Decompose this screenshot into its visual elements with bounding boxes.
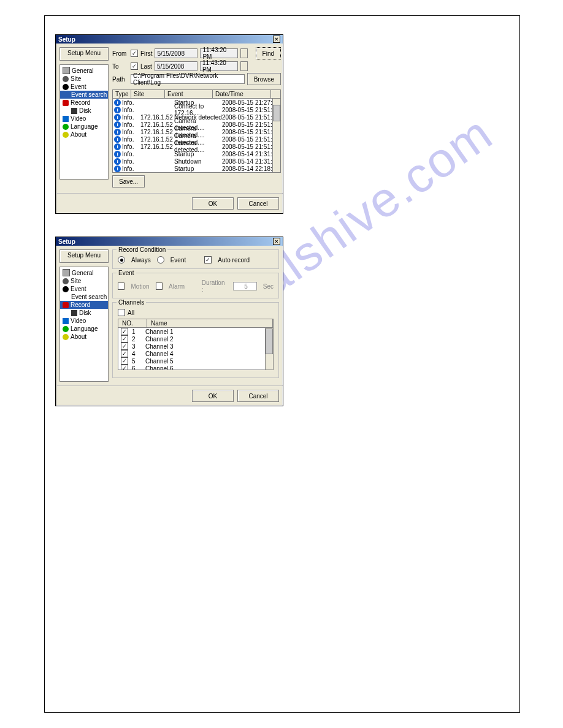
- from-date-input[interactable]: 5/15/2008: [155, 48, 197, 58]
- tree-disk[interactable]: Disk: [60, 107, 108, 115]
- tree-video[interactable]: Video: [60, 115, 108, 123]
- scrollbar[interactable]: [272, 99, 280, 172]
- header-type[interactable]: Type: [113, 90, 131, 98]
- channel-checkbox[interactable]: [121, 357, 128, 365]
- tree-language[interactable]: Language: [60, 123, 108, 131]
- title: Setup: [58, 238, 75, 245]
- cell-no: 5: [132, 358, 142, 365]
- first-checkbox[interactable]: [131, 50, 138, 57]
- cell-no: 3: [132, 343, 142, 350]
- cell-date: 2008-05-15 21:51:50: [222, 114, 280, 121]
- all-checkbox[interactable]: [118, 309, 125, 316]
- log-list-body[interactable]: iInfo.Startup2008-05-15 21:27:26iInfo.Co…: [112, 98, 281, 173]
- log-row[interactable]: iInfo.Shutdown2008-05-14 21:31:31: [113, 157, 280, 165]
- close-icon[interactable]: ×: [273, 36, 280, 43]
- tree-event-search[interactable]: Event search: [60, 293, 108, 301]
- tree-video[interactable]: Video: [60, 317, 108, 325]
- channel-list-header: NO. Name: [118, 319, 273, 328]
- tree-site[interactable]: Site: [60, 277, 108, 285]
- motion-checkbox[interactable]: [118, 282, 124, 290]
- channels-group: Channels All NO. Name 1Channel 12Channel…: [112, 302, 279, 378]
- header-site[interactable]: Site: [131, 90, 165, 98]
- to-time-input[interactable]: 11:43:20 PM: [200, 61, 238, 71]
- channel-row[interactable]: 2Channel 2: [118, 335, 273, 343]
- setup-menu-button[interactable]: Setup Menu: [59, 47, 109, 61]
- header-event[interactable]: Event: [165, 90, 213, 98]
- browse-button[interactable]: Browse: [247, 73, 281, 85]
- ok-button[interactable]: OK: [192, 390, 234, 402]
- channel-row[interactable]: 1Channel 1: [118, 328, 273, 335]
- channel-row[interactable]: 5Channel 5: [118, 357, 273, 365]
- tree-disk[interactable]: Disk: [60, 309, 108, 317]
- tree-about[interactable]: About: [60, 333, 108, 341]
- event-label: Event: [170, 257, 186, 264]
- duration-input[interactable]: 5: [233, 282, 257, 290]
- log-row[interactable]: iInfo.172.16.1.52Camera detected....2008…: [113, 143, 280, 150]
- cancel-button[interactable]: Cancel: [237, 390, 279, 402]
- channel-checkbox[interactable]: [121, 365, 128, 370]
- site-icon: [63, 278, 69, 284]
- channel-row[interactable]: 3Channel 3: [118, 343, 273, 350]
- alarm-checkbox[interactable]: [156, 282, 163, 290]
- nav-tree[interactable]: General Site Event Event search Record D…: [59, 64, 109, 180]
- tree-record[interactable]: Record: [60, 301, 108, 309]
- sec-label: Sec: [263, 283, 274, 290]
- channel-list-body[interactable]: 1Channel 12Channel 23Channel 34Channel 4…: [118, 328, 273, 370]
- channel-checkbox[interactable]: [121, 335, 128, 343]
- tree-event[interactable]: Event: [60, 285, 108, 293]
- event-icon: [63, 286, 69, 292]
- channel-row[interactable]: 6Channel 6: [118, 365, 273, 370]
- channel-checkbox[interactable]: [121, 328, 128, 335]
- last-checkbox[interactable]: [131, 63, 138, 70]
- from-time-input[interactable]: 11:43:20 PM: [200, 48, 238, 58]
- tree-general[interactable]: General: [60, 268, 108, 277]
- from-time-spinner[interactable]: [240, 48, 248, 58]
- first-label: First: [140, 50, 152, 57]
- path-input[interactable]: C:\Program Files\DVR\Network Client\Log: [131, 74, 245, 84]
- disk-icon: [71, 108, 77, 114]
- log-row[interactable]: iInfo.Startup2008-05-14 21:31:29: [113, 150, 280, 157]
- record-condition-legend: Record Condition: [117, 246, 167, 253]
- cell-type: Info.: [122, 151, 140, 157]
- tree-record[interactable]: Record: [60, 99, 108, 107]
- header-date[interactable]: Date/Time: [213, 90, 271, 98]
- setup-menu-button[interactable]: Setup Menu: [59, 249, 109, 263]
- info-icon: i: [114, 151, 121, 157]
- header-name[interactable]: Name: [147, 319, 273, 327]
- tree-event-search[interactable]: Event search: [60, 91, 108, 99]
- tree-site[interactable]: Site: [60, 75, 108, 83]
- always-radio[interactable]: [118, 256, 125, 264]
- scroll-thumb[interactable]: [273, 105, 280, 121]
- auto-record-checkbox[interactable]: [204, 256, 212, 264]
- save-button[interactable]: Save...: [112, 175, 145, 188]
- event-radio[interactable]: [157, 256, 164, 264]
- log-row[interactable]: iInfo.Startup2008-05-14 22:18:53: [113, 165, 280, 172]
- channel-checkbox[interactable]: [121, 350, 128, 357]
- tree-language[interactable]: Language: [60, 325, 108, 333]
- scrollbar[interactable]: [265, 328, 273, 370]
- setup-dialog-event-search: Setup × Setup Menu General Site Event Ev…: [55, 34, 283, 214]
- left-pane: Setup Menu General Site Event Event sear…: [59, 47, 109, 189]
- nav-tree[interactable]: General Site Event Event search Record D…: [59, 267, 109, 382]
- cell-date: 2008-05-15 21:51:52: [222, 136, 280, 143]
- scroll-thumb[interactable]: [266, 328, 273, 354]
- tree-event[interactable]: Event: [60, 83, 108, 91]
- channel-checkbox[interactable]: [121, 343, 128, 350]
- ok-button[interactable]: OK: [192, 197, 234, 210]
- tree-about[interactable]: About: [60, 131, 108, 138]
- close-icon[interactable]: ×: [273, 238, 280, 245]
- path-row: Path C:\Program Files\DVR\Network Client…: [112, 73, 281, 85]
- setup-dialog-record: Setup × Setup Menu General Site Event Ev…: [55, 237, 283, 406]
- info-icon: i: [114, 121, 121, 128]
- title: Setup: [58, 36, 75, 43]
- to-date-input[interactable]: 5/15/2008: [155, 61, 197, 71]
- tree-general[interactable]: General: [60, 66, 108, 75]
- channel-row[interactable]: 4Channel 4: [118, 350, 273, 357]
- find-button[interactable]: Find: [256, 47, 281, 59]
- cell-event: Startup: [174, 151, 222, 157]
- header-no[interactable]: NO.: [118, 319, 147, 327]
- cancel-button[interactable]: Cancel: [237, 197, 279, 210]
- log-row[interactable]: iInfo.Connect to 172.16....2008-05-15 21…: [113, 106, 280, 113]
- to-time-spinner[interactable]: [240, 61, 248, 71]
- channel-list[interactable]: NO. Name 1Channel 12Channel 23Channel 34…: [118, 319, 274, 370]
